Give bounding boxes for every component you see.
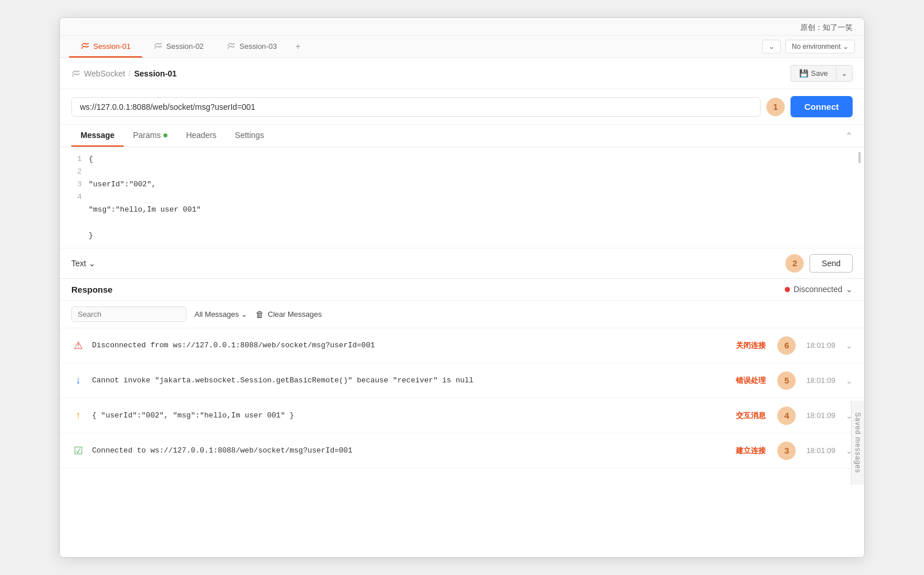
breadcrumb: WebSocket / Session-01 (71, 69, 177, 78)
all-messages-filter[interactable]: All Messages ⌄ (194, 310, 247, 319)
save-chevron-icon: ⌄ (841, 69, 847, 78)
save-label: Save (811, 69, 828, 78)
websocket-icon-1 (81, 41, 90, 51)
save-dropdown-button[interactable]: ⌄ (836, 65, 853, 82)
filter-bar: All Messages ⌄ 🗑 Clear Messages (60, 301, 864, 328)
list-item: ↓ Cannot invoke "jakarta.websocket.Sessi… (60, 363, 864, 398)
collapse-button[interactable]: ⌃ (845, 131, 853, 141)
url-bar: 1 Connect (60, 89, 864, 125)
type-label: Text (71, 259, 86, 268)
send-bar: Text ⌄ 2 Send (60, 248, 864, 279)
msg-text-1: Disconnected from ws://127.0.0.1:8088/we… (92, 341, 729, 350)
breadcrumb-root: WebSocket (84, 69, 125, 78)
trash-icon: 🗑 (255, 309, 264, 319)
url-input-wrapper (71, 97, 761, 117)
environment-dropdown[interactable]: No environment ⌄ (785, 40, 855, 53)
check-circle-icon: ☑ (71, 444, 85, 458)
line-1: 1 (77, 155, 82, 163)
code-line-4: } (89, 229, 864, 242)
msg-badge-4: 3 (777, 442, 796, 460)
breadcrumb-separator: / (128, 69, 131, 78)
tab-settings-label: Settings (235, 131, 264, 140)
msg-badge-2: 5 (777, 371, 796, 390)
section-tabs-left: Message Params Headers Settings (71, 125, 273, 147)
msg-time-1: 18:01:09 (806, 341, 835, 350)
clear-messages-button[interactable]: 🗑 Clear Messages (255, 309, 322, 319)
top-bar-title: 原创：知了一笑 (800, 22, 853, 33)
tab-label-3: Session-03 (239, 42, 277, 51)
msg-label-1[interactable]: 关闭连接 (736, 340, 766, 351)
msg-label-4[interactable]: 建立连接 (736, 446, 766, 456)
breadcrumb-ws-icon (71, 69, 81, 78)
error-icon: ⚠ (71, 339, 85, 352)
websocket-icon-3 (227, 41, 236, 51)
msg-badge-3: 4 (777, 407, 796, 425)
line-4: 4 (77, 193, 82, 201)
tab-label-2: Session-02 (166, 42, 204, 51)
app-window: 原创：知了一笑 Session-01 Session-02 (59, 17, 865, 558)
line-2: 2 (77, 167, 82, 176)
step-2-badge: 2 (785, 254, 804, 273)
line-numbers: 1 2 3 4 (71, 153, 89, 242)
save-icon: 💾 (799, 69, 808, 78)
send-bar-right: 2 Send (785, 254, 853, 273)
breadcrumb-bar: WebSocket / Session-01 💾 Save ⌄ (60, 58, 864, 89)
code-line-3: "msg":"hello,Im user 001" (89, 204, 864, 216)
down-arrow-icon: ↓ (71, 374, 85, 388)
tab-bar: Session-01 Session-02 Session-03 + (60, 36, 864, 58)
tab-dropdown-chevron: ⌄ (769, 43, 774, 51)
list-item: ☑ Connected to ws://127.0.0.1:8088/web/s… (60, 434, 864, 469)
save-button[interactable]: 💾 Save (791, 65, 836, 82)
msg-time-4: 18:01:09 (806, 446, 835, 455)
status-dot (785, 287, 790, 292)
connect-button[interactable]: Connect (791, 96, 853, 117)
msg-expand-2[interactable]: ⌄ (846, 376, 853, 385)
list-item: ⚠ Disconnected from ws://127.0.0.1:8088/… (60, 328, 864, 363)
send-button[interactable]: Send (810, 254, 853, 273)
breadcrumb-current: Session-01 (134, 69, 177, 78)
type-dropdown[interactable]: Text ⌄ (71, 259, 96, 268)
msg-time-3: 18:01:09 (806, 411, 835, 420)
tab-dropdown-button[interactable]: ⌄ (762, 40, 781, 53)
tab-session-01[interactable]: Session-01 (69, 36, 142, 57)
code-line-1: { (89, 153, 864, 166)
tab-session-02[interactable]: Session-02 (142, 36, 215, 57)
code-content[interactable]: { "userId":"002", "msg":"hello,Im user 0… (89, 153, 864, 242)
up-arrow-icon: ↑ (71, 409, 85, 423)
params-dot (163, 133, 167, 137)
code-line-2: "userId":"002", (89, 178, 864, 191)
msg-expand-1[interactable]: ⌄ (846, 341, 853, 350)
msg-label-2[interactable]: 错误处理 (736, 375, 766, 386)
top-bar: 原创：知了一笑 (60, 18, 864, 36)
response-status[interactable]: Disconnected ⌄ (785, 285, 853, 294)
search-input[interactable] (78, 310, 180, 319)
add-tab-button[interactable]: + (288, 37, 307, 56)
step-1-badge: 1 (766, 98, 785, 116)
msg-badge-1: 6 (777, 336, 796, 355)
type-chevron-icon: ⌄ (89, 259, 96, 268)
url-input[interactable] (80, 102, 752, 112)
save-button-group: 💾 Save ⌄ (791, 65, 853, 82)
msg-text-2: Cannot invoke "jakarta.websocket.Session… (92, 376, 729, 385)
status-label: Disconnected (793, 285, 842, 294)
message-list: ⚠ Disconnected from ws://127.0.0.1:8088/… (60, 328, 864, 557)
saved-messages-panel[interactable]: Saved messages (851, 401, 864, 485)
response-section: Response Disconnected ⌄ All Messages ⌄ 🗑 (60, 279, 864, 557)
tab-session-03[interactable]: Session-03 (215, 36, 288, 57)
tab-message-label: Message (81, 131, 114, 140)
tab-params[interactable]: Params (124, 125, 177, 147)
response-title: Response (71, 285, 113, 294)
list-item: ↑ { "userId":"002", "msg":"hello,Im user… (60, 398, 864, 434)
search-wrapper (71, 306, 186, 322)
tab-message[interactable]: Message (71, 125, 124, 147)
msg-label-3[interactable]: 交互消息 (736, 411, 766, 421)
msg-time-2: 18:01:09 (806, 376, 835, 385)
environment-label: No environment (792, 43, 841, 51)
tab-headers[interactable]: Headers (177, 125, 226, 147)
websocket-icon-2 (154, 41, 163, 51)
tab-settings[interactable]: Settings (226, 125, 273, 147)
tab-label-1: Session-01 (93, 42, 131, 51)
msg-text-4: Connected to ws://127.0.0.1:8088/web/soc… (92, 446, 729, 455)
line-3: 3 (77, 180, 82, 189)
main-content: WebSocket / Session-01 💾 Save ⌄ 1 Connec… (60, 58, 864, 557)
